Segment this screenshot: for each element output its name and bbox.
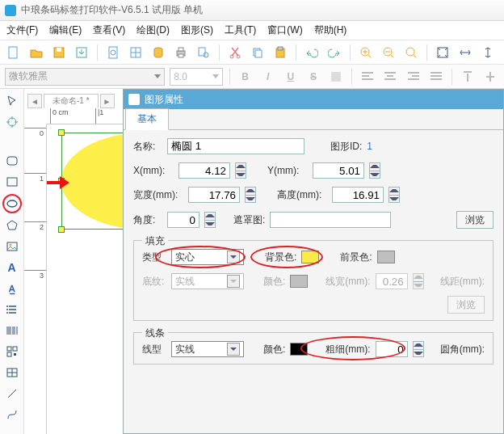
- preview-icon[interactable]: [195, 44, 212, 61]
- line-weight-input[interactable]: [376, 341, 408, 357]
- valign-top-icon[interactable]: [459, 68, 477, 86]
- export-icon[interactable]: [73, 44, 90, 61]
- line-group: 线条 线型 实线 颜色: 粗细(mm): 圆角(mm):: [133, 332, 494, 364]
- align-center-icon[interactable]: [381, 68, 399, 86]
- menu-help[interactable]: 帮助(H): [314, 23, 347, 37]
- font-color-button[interactable]: [327, 68, 345, 86]
- fill-type-label: 类型: [142, 251, 166, 264]
- side-toolbar: A A̲: [0, 89, 24, 434]
- menu-tool[interactable]: 工具(T): [225, 23, 256, 37]
- line-tool-icon[interactable]: [3, 385, 21, 402]
- barcode-tool-icon[interactable]: [3, 322, 21, 339]
- text-toolbar: 微软雅黑 8.0 B I U S: [0, 65, 504, 89]
- db-icon[interactable]: [149, 44, 167, 61]
- properties-panel: 图形属性 基本 名称: 图形ID: 1 X(mm): Y(mm):: [123, 89, 504, 434]
- open-icon[interactable]: [27, 44, 45, 61]
- richtext-tool-icon[interactable]: A̲: [3, 280, 21, 297]
- zoom-reset-icon[interactable]: [402, 44, 420, 61]
- w-spin[interactable]: [245, 187, 256, 203]
- table-tool-icon[interactable]: [3, 364, 21, 381]
- h-input[interactable]: [332, 187, 384, 203]
- rect-round-tool-icon[interactable]: [3, 152, 21, 170]
- y-input[interactable]: [313, 162, 364, 179]
- svg-point-30: [6, 305, 8, 307]
- menu-view[interactable]: 查看(V): [93, 23, 125, 37]
- underline-button[interactable]: U: [282, 68, 300, 86]
- fit-width-icon[interactable]: [456, 44, 474, 61]
- tab-basic[interactable]: 基本: [125, 108, 169, 130]
- y-spin[interactable]: [369, 162, 380, 179]
- document-tab[interactable]: 未命名-1 *: [44, 94, 99, 108]
- pointer-tool-icon[interactable]: [3, 92, 21, 110]
- font-family-select[interactable]: 微软雅黑: [5, 68, 165, 86]
- valign-mid-icon[interactable]: [481, 68, 499, 86]
- w-input[interactable]: [188, 187, 240, 203]
- polygon-tool-icon[interactable]: [3, 217, 21, 234]
- doc-settings-icon[interactable]: [104, 44, 122, 61]
- curve-tool-icon[interactable]: [3, 406, 21, 423]
- fill-group: 填充 类型 实心 背景色: 前景色: 底纹: 实线 颜色:: [133, 240, 494, 321]
- menu-window[interactable]: 窗口(W): [267, 23, 302, 37]
- fit-icon[interactable]: [434, 44, 452, 61]
- zoom-in-icon[interactable]: [357, 44, 375, 61]
- rect-tool-icon[interactable]: [3, 173, 21, 191]
- align-left-icon[interactable]: [359, 68, 376, 86]
- line-weight-spin[interactable]: [413, 341, 424, 357]
- h-spin[interactable]: [388, 187, 400, 203]
- image-tool-icon[interactable]: [3, 238, 21, 255]
- line-color-swatch[interactable]: [290, 343, 308, 356]
- italic-button[interactable]: I: [259, 68, 277, 86]
- browse-button[interactable]: 浏览: [456, 211, 494, 229]
- save-icon[interactable]: [50, 44, 68, 61]
- angle-spin[interactable]: [204, 212, 216, 228]
- align-right-icon[interactable]: [404, 68, 422, 86]
- mask-input[interactable]: [270, 212, 391, 228]
- menu-draw[interactable]: 绘图(D): [136, 23, 170, 37]
- target-tool-icon[interactable]: [3, 113, 21, 131]
- menu-edit[interactable]: 编辑(E): [49, 23, 82, 37]
- zoom-out-icon[interactable]: [380, 44, 397, 61]
- bold-button[interactable]: B: [237, 68, 254, 86]
- print-icon[interactable]: [172, 44, 190, 61]
- name-label: 名称:: [133, 140, 162, 154]
- copy-icon[interactable]: [249, 44, 267, 61]
- svg-point-21: [406, 48, 414, 56]
- angle-input[interactable]: [167, 212, 200, 228]
- x-spin[interactable]: [235, 162, 246, 179]
- menu-shape[interactable]: 图形(S): [181, 23, 213, 37]
- bg-color-swatch[interactable]: [301, 251, 319, 263]
- svg-point-27: [7, 200, 17, 207]
- fit-height-icon[interactable]: [479, 44, 497, 61]
- redo-icon[interactable]: [326, 44, 343, 61]
- font-size-select[interactable]: 8.0: [170, 68, 222, 86]
- fill-type-combo[interactable]: 实心: [171, 249, 244, 265]
- strike-button[interactable]: S: [304, 68, 322, 86]
- fg-color-swatch[interactable]: [377, 251, 395, 263]
- line-radius-label: 圆角(mm):: [440, 343, 485, 356]
- line-type-combo[interactable]: 实线: [171, 341, 244, 357]
- undo-icon[interactable]: [303, 44, 321, 61]
- grid-icon[interactable]: [127, 44, 145, 61]
- qrcode-tool-icon[interactable]: [3, 343, 21, 360]
- paste-icon[interactable]: [271, 44, 289, 61]
- new-icon[interactable]: [5, 44, 23, 61]
- list-tool-icon[interactable]: [3, 301, 21, 318]
- tab-scroll-left[interactable]: ◄: [27, 94, 42, 108]
- handle-bl[interactable]: [58, 226, 65, 233]
- svg-rect-9: [178, 48, 183, 51]
- svg-rect-18: [278, 47, 283, 50]
- pattern-combo: 实线: [171, 273, 244, 289]
- cut-icon[interactable]: [226, 44, 244, 61]
- text-tool-icon[interactable]: A: [3, 259, 21, 276]
- tab-scroll-right[interactable]: ►: [100, 94, 115, 108]
- pattern-color-label: 颜色:: [263, 275, 285, 289]
- main-toolbar: [0, 40, 504, 65]
- id-label: 图形ID:: [330, 140, 362, 154]
- menu-file[interactable]: 文件(F): [6, 23, 38, 37]
- fill-legend: 填充: [142, 234, 168, 248]
- x-input[interactable]: [178, 162, 230, 179]
- handle-tl[interactable]: [58, 129, 65, 136]
- ellipse-tool-icon[interactable]: [2, 194, 22, 213]
- align-justify-icon[interactable]: [427, 68, 445, 86]
- name-input[interactable]: [167, 138, 304, 154]
